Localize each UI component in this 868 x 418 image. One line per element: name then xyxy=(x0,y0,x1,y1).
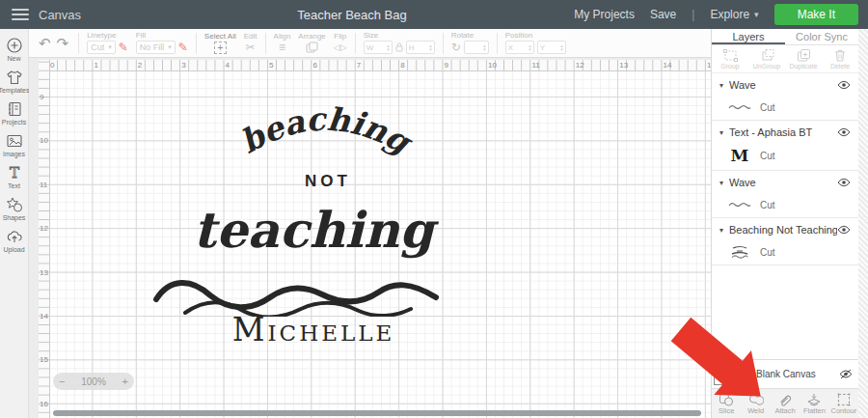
layer-row[interactable]: ▾ Text - Aphasia BT xyxy=(712,121,858,144)
blank-canvas-label: Blank Canvas xyxy=(756,369,833,379)
left-sidebar: New Templates Projects Images T Text Sha… xyxy=(0,29,29,418)
duplicate-icon xyxy=(797,49,811,62)
menu-icon[interactable] xyxy=(12,9,29,20)
delete-button[interactable]: Delete xyxy=(822,49,858,70)
sidebar-item-templates[interactable]: Templates xyxy=(0,69,29,94)
position-group: Position X▴▾ Y▴▾ xyxy=(505,32,566,54)
contour-button[interactable]: Contour xyxy=(829,393,858,415)
rotate-label: Rotate xyxy=(451,32,489,40)
text-design-thumbnail xyxy=(727,245,752,260)
layer-sublayer-row[interactable]: Cut xyxy=(712,194,858,217)
group-icon xyxy=(723,49,738,62)
sidebar-item-text[interactable]: T Text xyxy=(0,164,29,189)
beaching-arc-text[interactable]: beaching xyxy=(214,104,436,181)
visibility-eye-icon[interactable] xyxy=(837,225,851,235)
layer-tools-bar: Slice Weld Attach Flatten Contour xyxy=(712,388,858,418)
sidebar-item-upload[interactable]: Upload xyxy=(0,228,29,253)
position-y-input[interactable]: Y▴▾ xyxy=(537,41,566,54)
tab-layers[interactable]: Layers xyxy=(712,29,785,44)
linetype-color-icon[interactable]: ✎ xyxy=(119,42,128,53)
wave-thumbnail xyxy=(727,201,752,209)
topbar-divider: | xyxy=(692,8,694,21)
wave-thumbnail xyxy=(727,103,752,111)
width-input[interactable]: W▴▾ xyxy=(364,41,393,54)
canvas-area[interactable]: 0123456789101112131415 910111213141516 b… xyxy=(29,58,711,418)
collapse-triangle-icon[interactable]: ▾ xyxy=(719,128,723,137)
flip-button[interactable]: Flip ◁▷ xyxy=(334,33,347,53)
visibility-eye-icon[interactable] xyxy=(837,178,851,187)
save-link[interactable]: Save xyxy=(650,8,676,21)
teaching-text[interactable]: teaching xyxy=(183,201,444,259)
design-artwork[interactable]: beaching NOT teaching Michelle xyxy=(29,58,711,418)
layer-sublayer-row[interactable]: Cut xyxy=(712,97,858,120)
fill-color-icon[interactable]: ✎ xyxy=(178,42,188,53)
redo-icon[interactable]: ↷ xyxy=(57,35,69,52)
layers-panel: Layers Color Sync Group UnGroup Duplicat… xyxy=(711,29,858,418)
sidebar-item-images[interactable]: Images xyxy=(0,132,29,157)
rotate-input[interactable]: ▴▾ xyxy=(464,41,489,54)
arrange-button[interactable]: Arrange xyxy=(298,33,325,53)
sidebar-item-label: Templates xyxy=(0,87,29,94)
linetype-group: Linetype Cut ▾ ✎ xyxy=(87,32,128,54)
visibility-eye-icon[interactable] xyxy=(837,80,851,90)
canvas-label[interactable]: Canvas xyxy=(39,8,81,22)
layer-row[interactable]: ▾ Beaching Not Teaching Text xyxy=(712,218,858,241)
horizontal-scrollbar[interactable] xyxy=(53,410,701,416)
rotate-group: Rotate ↻ ▴▾ xyxy=(451,32,489,54)
duplicate-button[interactable]: Duplicate xyxy=(785,49,822,70)
ungroup-button[interactable]: UnGroup xyxy=(748,49,785,70)
group-button[interactable]: Group xyxy=(712,49,748,70)
tab-color-sync[interactable]: Color Sync xyxy=(785,29,858,44)
make-it-button[interactable]: Make It xyxy=(774,4,858,25)
sidebar-item-label: Shapes xyxy=(3,214,26,221)
sidebar-item-shapes[interactable]: Shapes xyxy=(0,196,29,221)
sidebar-item-new[interactable]: New xyxy=(0,37,29,62)
trash-icon xyxy=(834,49,846,62)
stepper-icon[interactable]: ▴▾ xyxy=(387,43,390,51)
letter-m-thumbnail: M xyxy=(727,148,752,164)
michelle-text[interactable]: Michelle xyxy=(193,311,434,348)
edit-icon: ✂ xyxy=(246,42,256,53)
fill-group: Fill No Fill ▾ ✎ xyxy=(136,32,188,54)
contour-icon xyxy=(836,393,852,406)
weld-button[interactable]: Weld xyxy=(741,393,770,415)
stepper-icon[interactable]: ▴▾ xyxy=(483,43,486,51)
layer-row[interactable]: ▾ Wave xyxy=(712,171,858,194)
position-x-input[interactable]: X▴▾ xyxy=(505,41,534,54)
explore-menu[interactable]: Explore ▾ xyxy=(710,8,758,21)
select-all-label: Select All xyxy=(204,33,236,41)
attach-button[interactable]: Attach xyxy=(771,393,800,415)
zoom-out-icon[interactable]: − xyxy=(59,376,65,387)
chevron-down-icon: ▾ xyxy=(168,43,172,51)
size-group: Size W▴▾ H▴▾ xyxy=(364,32,435,54)
collapse-triangle-icon[interactable]: ▾ xyxy=(719,179,723,187)
blank-canvas-row[interactable]: Blank Canvas xyxy=(712,359,858,388)
not-text[interactable]: NOT xyxy=(270,172,386,191)
collapse-triangle-icon[interactable]: ▾ xyxy=(719,226,723,235)
zoom-in-icon[interactable]: + xyxy=(122,376,128,387)
slice-button[interactable]: Slice xyxy=(712,393,741,415)
lock-icon[interactable] xyxy=(395,42,403,52)
layer-sublayer-row[interactable]: Cut xyxy=(712,241,858,265)
linetype-select[interactable]: Cut ▾ xyxy=(87,41,116,54)
align-button[interactable]: Align ≡ xyxy=(274,33,291,53)
layer-sublayer-row[interactable]: M Cut xyxy=(712,144,858,170)
flatten-button[interactable]: Flatten xyxy=(800,393,828,415)
eye-slash-icon[interactable] xyxy=(839,369,853,379)
height-input[interactable]: H▴▾ xyxy=(406,41,435,54)
stepper-icon[interactable]: ▴▾ xyxy=(560,43,563,51)
undo-icon[interactable]: ↶ xyxy=(39,35,51,52)
layer-row[interactable]: ▾ Wave xyxy=(712,73,858,97)
zoom-level: 100% xyxy=(81,376,106,387)
visibility-eye-icon[interactable] xyxy=(837,127,851,137)
edit-button[interactable]: Edit ✂ xyxy=(244,33,258,53)
stepper-icon[interactable]: ▴▾ xyxy=(529,43,531,51)
fill-select[interactable]: No Fill ▾ xyxy=(136,41,176,54)
collapse-triangle-icon[interactable]: ▾ xyxy=(719,81,723,90)
stepper-icon[interactable]: ▴▾ xyxy=(429,43,432,51)
flip-icon: ◁▷ xyxy=(334,42,347,53)
select-all-button[interactable]: Select All + xyxy=(204,33,236,54)
sidebar-item-projects[interactable]: Projects xyxy=(0,100,29,125)
layer-group-wave-2: ▾ Wave Cut xyxy=(712,171,858,218)
my-projects-link[interactable]: My Projects xyxy=(574,8,635,21)
